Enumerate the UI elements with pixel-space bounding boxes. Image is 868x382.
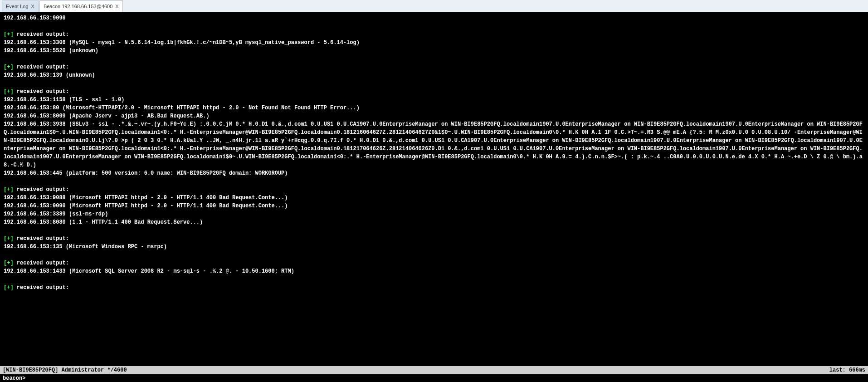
console-line: 192.168.66.153:1433 (Microsoft SQL Serve… <box>4 267 864 275</box>
plus-icon: [+] <box>4 31 17 38</box>
console-line: [+] received output: <box>4 284 864 292</box>
tab-event-log[interactable]: Event Log X <box>2 0 39 12</box>
console-line: 192.168.66.153:445 (platform: 500 versio… <box>4 169 864 177</box>
console-line: [+] received output: <box>4 30 864 39</box>
console-line <box>4 22 864 30</box>
console-line: 192.168.66.153:8009 (Apache Jserv - ajp1… <box>4 112 864 120</box>
console-line: 192.168.66.153:9088 (Microsoft HTTPAPI h… <box>4 194 864 202</box>
console-line: 192.168.66.153:9090 <box>4 14 864 22</box>
plus-icon: [+] <box>4 284 17 291</box>
console-line: [+] received output: <box>4 186 864 194</box>
recv-text: received output: <box>17 260 69 266</box>
recv-text: received output: <box>17 88 69 95</box>
console-line <box>4 226 864 235</box>
beacon-input-bar: beacon> <box>0 374 868 382</box>
tab-strip: Event Log X Beacon 192.168.66.153@4600 X <box>0 0 868 12</box>
console-line: [+] received output: <box>4 235 864 243</box>
recv-text: received output: <box>17 186 69 193</box>
console-line <box>4 251 864 259</box>
close-icon[interactable]: X <box>115 4 118 9</box>
console-line: [+] received output: <box>4 88 864 96</box>
console-line: 192.168.66.153:80 (Microsoft-HTTPAPI/2.0… <box>4 104 864 112</box>
status-left: [WIN-BI9E85P2GFQ] Administrator */4600 <box>3 366 127 374</box>
plus-icon: [+] <box>4 88 17 95</box>
plus-icon: [+] <box>4 260 17 266</box>
status-bar: [WIN-BI9E85P2GFQ] Administrator */4600 l… <box>0 366 868 374</box>
console-line: 192.168.66.153:139 (unknown) <box>4 71 864 79</box>
console-line: 192.168.66.153:5520 (unknown) <box>4 47 864 55</box>
console-line <box>4 55 864 63</box>
tab-beacon[interactable]: Beacon 192.168.66.153@4600 X <box>39 0 123 12</box>
tab-label: Beacon 192.168.66.153@4600 <box>44 4 112 9</box>
plus-icon: [+] <box>4 235 17 242</box>
beacon-prompt: beacon> <box>3 374 25 382</box>
beacon-console-output[interactable]: 192.168.66.153:9090 [+] received output:… <box>0 12 868 366</box>
console-line: [+] received output: <box>4 63 864 71</box>
close-icon[interactable]: X <box>31 4 34 9</box>
status-right: last: 666ms <box>829 366 865 374</box>
recv-text: received output: <box>17 64 69 70</box>
recv-text: received output: <box>17 284 69 291</box>
console-line <box>4 275 864 284</box>
console-line: 192.168.66.153:135 (Microsoft Windows RP… <box>4 243 864 251</box>
console-line: 192.168.66.153:1158 (TLS - ssl - 1.0) <box>4 96 864 104</box>
recv-text: received output: <box>17 31 69 38</box>
tab-label: Event Log <box>6 4 29 9</box>
plus-icon: [+] <box>4 186 17 193</box>
console-line <box>4 177 864 186</box>
console-line: 192.168.66.153:3389 (ssl-ms-rdp) <box>4 210 864 218</box>
recv-text: received output: <box>17 235 69 242</box>
beacon-input[interactable] <box>25 374 865 382</box>
console-line: 192.168.66.153:8080 (1.1 - HTTP/1.1 400 … <box>4 218 864 226</box>
console-line: 192.168.66.153:3306 (MySQL - mysql - N.5… <box>4 39 864 47</box>
console-line: 192.168.66.153:9090 (Microsoft HTTPAPI h… <box>4 202 864 210</box>
console-line <box>4 79 864 88</box>
console-line: 192.168.66.153:3938 (SSLv3 - ssl - .*.&.… <box>4 120 864 169</box>
plus-icon: [+] <box>4 64 17 70</box>
console-line: [+] received output: <box>4 259 864 267</box>
